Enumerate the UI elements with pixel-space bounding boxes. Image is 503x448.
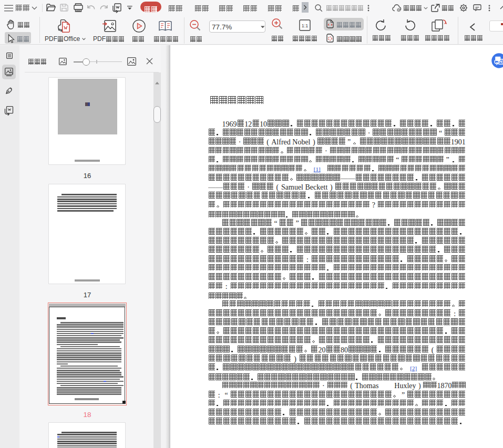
svg-text:1:1: 1:1: [302, 23, 309, 28]
